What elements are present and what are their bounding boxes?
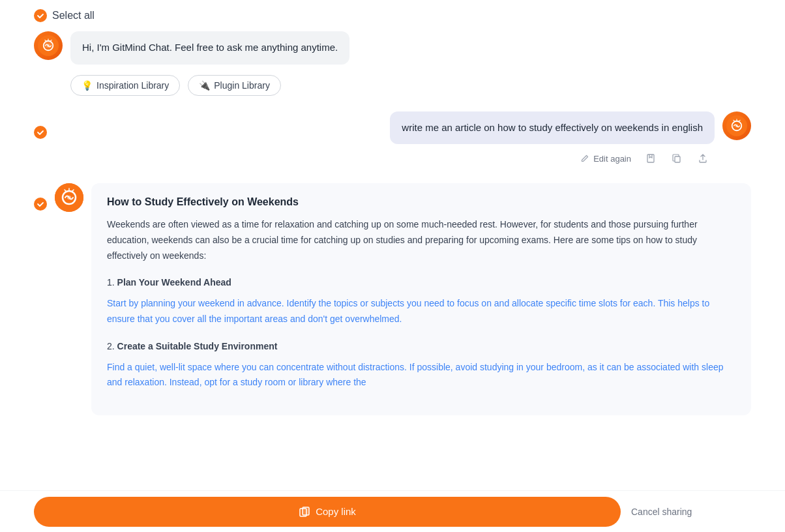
library-buttons: 💡 Inspiration Library 🔌 Plugin Library — [70, 75, 349, 96]
cancel-sharing-button[interactable]: Cancel sharing — [631, 507, 692, 517]
select-all-row: Select all — [0, 0, 785, 31]
user-actions: Edit again — [578, 149, 715, 168]
edit-icon — [580, 154, 589, 163]
ai-select-check — [34, 190, 55, 211]
select-all-checkbox[interactable] — [34, 9, 47, 22]
section-1-body: Start by planning your weekend in advanc… — [107, 296, 735, 327]
main-container: Select all Hi, I'm GitM — [0, 0, 785, 532]
edit-again-label: Edit again — [593, 154, 631, 164]
select-all-label: Select all — [52, 10, 95, 22]
inspiration-library-label: Inspiration Library — [96, 80, 169, 91]
user-check-icon — [37, 128, 44, 136]
user-message-row: write me an article on how to study effe… — [34, 111, 751, 168]
section-1-heading: 1. Plan Your Weekend Ahead — [107, 275, 735, 291]
edit-again-button[interactable]: Edit again — [580, 154, 631, 164]
user-avatar — [722, 111, 751, 140]
user-bubble-container: write me an article on how to study effe… — [390, 111, 715, 168]
svg-point-3 — [47, 44, 50, 47]
section-2-body: Find a quiet, well-lit space where you c… — [107, 360, 735, 391]
ai-check-circle — [34, 198, 47, 211]
share-button[interactable] — [694, 149, 712, 168]
ai-avatar-icon — [55, 183, 83, 212]
response-title: How to Study Effectively on Weekends — [107, 196, 735, 208]
ai-response-row: How to Study Effectively on Weekends Wee… — [34, 183, 751, 415]
user-select-check — [34, 118, 55, 139]
check-icon — [37, 12, 44, 20]
user-message-text: write me an article on how to study effe… — [402, 122, 703, 133]
section-2-number: 2. — [107, 341, 117, 351]
bot-avatar-icon — [38, 35, 59, 56]
copy-link-icon — [299, 506, 310, 518]
bot-greeting-row: Hi, I'm GitMind Chat. Feel free to ask m… — [34, 31, 751, 96]
section-1-number: 1. — [107, 277, 117, 288]
share-icon — [698, 153, 708, 164]
svg-rect-4 — [647, 155, 654, 162]
svg-point-8 — [735, 124, 738, 126]
inspiration-icon: 💡 — [81, 80, 93, 91]
user-avatar-icon — [726, 115, 747, 136]
bottom-bar: Copy link Cancel sharing — [0, 490, 785, 532]
svg-rect-13 — [303, 507, 309, 515]
section-2-title: Create a Suitable Study Environment — [117, 341, 278, 351]
user-check-circle — [34, 126, 47, 139]
plugin-library-button[interactable]: 🔌 Plugin Library — [188, 75, 281, 96]
copy-button[interactable] — [668, 149, 686, 168]
bookmark-icon — [645, 153, 656, 164]
response-intro: Weekends are often viewed as a time for … — [107, 217, 735, 263]
plugin-icon: 🔌 — [199, 80, 210, 91]
scroll-area: Hi, I'm GitMind Chat. Feel free to ask m… — [0, 31, 785, 532]
copy-link-button[interactable]: Copy link — [34, 497, 621, 527]
user-bubble: write me an article on how to study effe… — [390, 111, 715, 145]
section-2-heading: 2. Create a Suitable Study Environment — [107, 339, 735, 355]
cancel-sharing-label: Cancel sharing — [631, 507, 692, 517]
plugin-library-label: Plugin Library — [214, 80, 270, 91]
svg-point-11 — [67, 196, 71, 200]
section-1-title: Plan Your Weekend Ahead — [117, 277, 231, 288]
chat-area: Hi, I'm GitMind Chat. Feel free to ask m… — [0, 31, 785, 467]
inspiration-library-button[interactable]: 💡 Inspiration Library — [70, 75, 180, 96]
action-icons — [642, 149, 712, 168]
bookmark-button[interactable] — [642, 149, 660, 168]
response-section-2: 2. Create a Suitable Study Environment F… — [107, 339, 735, 391]
ai-response-avatar — [55, 183, 83, 212]
svg-rect-5 — [675, 156, 680, 162]
bot-greeting-bubble: Hi, I'm GitMind Chat. Feel free to ask m… — [70, 31, 349, 65]
bot-avatar — [34, 31, 63, 60]
ai-check-icon — [37, 200, 44, 208]
response-section-1: 1. Plan Your Weekend Ahead Start by plan… — [107, 275, 735, 327]
ai-response-content: How to Study Effectively on Weekends Wee… — [91, 183, 751, 415]
copy-icon — [672, 153, 682, 164]
copy-link-label: Copy link — [316, 506, 356, 517]
bot-greeting-text: Hi, I'm GitMind Chat. Feel free to ask m… — [82, 42, 338, 53]
